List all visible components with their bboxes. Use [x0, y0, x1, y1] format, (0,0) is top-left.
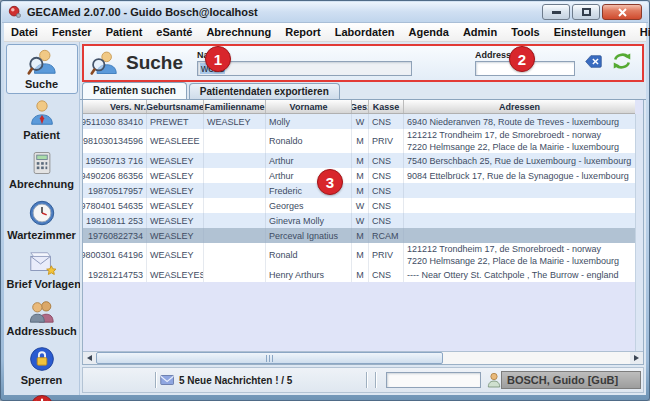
- column-header-geschlecht[interactable]: Ges:: [352, 100, 369, 113]
- column-header-vers-nr[interactable]: Vers. Nr.: [83, 100, 147, 113]
- cell-vers-nr: 19511030 83410: [83, 114, 147, 129]
- column-header-kasse[interactable]: Kasse: [369, 100, 404, 113]
- maximize-icon: [582, 8, 591, 16]
- table-row[interactable]: 1981030134596 WEASLEEE Ronaldo M PRIV 12…: [83, 129, 635, 153]
- column-header-vorname[interactable]: Vorname: [266, 100, 352, 113]
- cell-vorname: Molly: [266, 114, 352, 129]
- cell-geburtsname: WEASLEEE: [147, 129, 204, 153]
- cell-vers-nr: 19760822734: [83, 228, 147, 243]
- cell-vers-nr: 19550713 716: [83, 153, 147, 168]
- cell-adressen: [404, 183, 635, 198]
- cell-vers-nr: 19281214753: [83, 267, 147, 282]
- vertical-scrollbar-track[interactable]: [635, 114, 643, 351]
- cell-geschlecht: W: [352, 213, 369, 228]
- cell-geschlecht: M: [352, 183, 369, 198]
- close-button[interactable]: [602, 4, 642, 20]
- logout-power-button[interactable]: [29, 393, 55, 401]
- page-title: Suche: [126, 52, 183, 74]
- column-header-adressen[interactable]: Adressen: [404, 100, 635, 113]
- table-row[interactable]: 19511030 83410 PREWET WEASLEY Molly W CN…: [83, 114, 635, 129]
- new-messages-status[interactable]: 5 Neue Nachrichten ! / 5: [179, 375, 292, 386]
- tab-patienten-suchen[interactable]: Patienten suchen: [82, 82, 187, 99]
- table-row[interactable]: 19281214753 WEASLEYES Henry Arthurs M CN…: [83, 267, 635, 282]
- content-area: Suche Patient: [4, 42, 646, 395]
- sidebar-item-suche[interactable]: Suche: [6, 44, 78, 94]
- clear-search-button[interactable]: [585, 54, 602, 72]
- menu-item[interactable]: Datei: [4, 26, 45, 38]
- main-panel: Suche Namen: weas Addresse/Tel:: [80, 42, 646, 395]
- table-row[interactable]: 19870517957 WEASLEY Frederic M CNS: [83, 183, 635, 198]
- logged-in-user-badge: BOSCH, Guido [GuB]: [501, 371, 641, 389]
- cell-familienname: [204, 183, 266, 198]
- table-row[interactable]: 19490206 86356 WEASLEY Arthur M CNS 9084…: [83, 168, 635, 183]
- cell-vorname: Ginevra Molly: [266, 213, 352, 228]
- cell-geburtsname: WEASLEY: [147, 183, 204, 198]
- cell-kasse: CNS: [369, 168, 404, 183]
- menu-item[interactable]: Report: [278, 26, 327, 38]
- menu-item[interactable]: Hilfe: [633, 26, 650, 38]
- table-row[interactable]: 19800301 64196 WEASLEY Ronald M PRIV 121…: [83, 243, 635, 267]
- cell-familienname: [204, 213, 266, 228]
- lock-icon: [28, 345, 56, 373]
- cell-kasse: CNS: [369, 153, 404, 168]
- refresh-button[interactable]: [610, 49, 634, 77]
- cell-geschlecht: W: [352, 198, 369, 213]
- separator: [366, 372, 367, 388]
- sidebar-item-abrechnung[interactable]: Abrechnung: [6, 146, 78, 194]
- table-row[interactable]: 19780401 54635 WEASLEY Georges W CNS: [83, 198, 635, 213]
- tab-patientendaten-exportieren[interactable]: Patientendaten exportieren: [189, 83, 340, 99]
- table-row[interactable]: 19760822734 WEASLEY Perceval Ignatius M …: [83, 228, 635, 243]
- clear-backspace-icon: [585, 55, 602, 68]
- column-header-familienname[interactable]: Familienname: [204, 100, 266, 113]
- sidebar-item-brief-vorlagen[interactable]: Brief Vorlagen: [6, 246, 78, 294]
- menu-item[interactable]: eSanté: [149, 26, 199, 38]
- right-arrow-icon: [634, 355, 639, 361]
- separator: [375, 372, 376, 388]
- letter-icon: [27, 249, 57, 277]
- sidebar-item-patient[interactable]: Patient: [6, 95, 78, 145]
- cell-geschlecht: M: [352, 153, 369, 168]
- calculator-icon: [28, 149, 56, 177]
- sidebar-item-wartezimmer[interactable]: Wartezimmer: [6, 195, 78, 245]
- maximize-button[interactable]: [572, 4, 600, 20]
- menu-item[interactable]: Patient: [99, 26, 150, 38]
- minimize-button[interactable]: [542, 4, 570, 20]
- menu-item[interactable]: Labordaten: [328, 26, 402, 38]
- cell-vorname: Ronald: [266, 243, 352, 267]
- table-row[interactable]: 19810811 253 WEASLEY Ginevra Molly W CNS: [83, 213, 635, 228]
- table-row[interactable]: 19550713 716 WEASLEY Arthur M CNS 7540 B…: [83, 153, 635, 168]
- cell-geburtsname: WEASLEY: [147, 198, 204, 213]
- menu-item[interactable]: Einstellungen: [547, 26, 633, 38]
- cell-adressen: [404, 228, 635, 243]
- cell-vorname: Perceval Ignatius: [266, 228, 352, 243]
- menu-item[interactable]: Agenda: [402, 26, 456, 38]
- scroll-right-button[interactable]: [630, 352, 643, 364]
- column-header-geburtsname[interactable]: Geburtsname: [147, 100, 204, 113]
- cell-kasse: CNS: [369, 114, 404, 129]
- sidebar-item-label: Wartezimmer: [7, 229, 77, 241]
- cell-vers-nr: 19810811 253: [83, 213, 147, 228]
- cell-vorname: Arthur: [266, 153, 352, 168]
- clock-icon: [27, 198, 57, 228]
- menu-item[interactable]: Admin: [456, 26, 504, 38]
- sidebar-item-label: Sperren: [7, 374, 77, 386]
- cell-geschlecht: M: [352, 129, 369, 153]
- menu-item[interactable]: Abrechnung: [199, 26, 278, 38]
- cell-vers-nr: 19870517957: [83, 183, 147, 198]
- sidebar-item-addressbuch[interactable]: Addressbuch: [6, 295, 78, 341]
- scrollbar-grip: [269, 355, 270, 362]
- cell-geburtsname: WEASLEY: [147, 228, 204, 243]
- cell-geburtsname: WEASLEY: [147, 243, 204, 267]
- search-panel: Suche Namen: weas Addresse/Tel:: [82, 44, 644, 82]
- status-bar: 5 Neue Nachrichten ! / 5 BOSCH, Guido [G…: [82, 367, 644, 393]
- scroll-left-button[interactable]: [83, 352, 96, 364]
- cell-vers-nr: 19490206 86356: [83, 168, 147, 183]
- menu-item[interactable]: Fenster: [45, 26, 99, 38]
- sidebar-item-sperren[interactable]: Sperren: [6, 342, 78, 390]
- scrollbar-track[interactable]: [443, 352, 630, 364]
- scrollbar-thumb[interactable]: [96, 352, 443, 364]
- people-icon: [27, 298, 57, 324]
- cell-geburtsname: WEASLEY: [147, 153, 204, 168]
- menu-item[interactable]: Tools: [504, 26, 547, 38]
- tab-bar: Patienten suchen Patientendaten exportie…: [80, 82, 646, 100]
